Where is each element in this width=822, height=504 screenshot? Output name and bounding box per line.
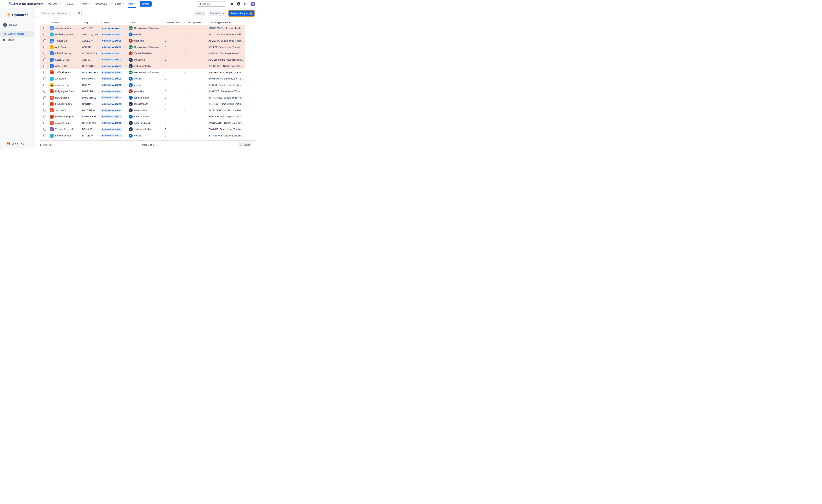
- project-name-cell: ●Zafuczi Inc.: [50, 77, 82, 81]
- lead-cell: TBTom Buhl-Nielsen: [129, 51, 165, 55]
- row-checkbox[interactable]: [43, 84, 46, 86]
- column-header-last-updated[interactable]: Last Updated▴▾: [184, 21, 209, 24]
- row-checkbox[interactable]: [43, 27, 46, 29]
- lead-name: Ben Warwick-Champion: [134, 46, 159, 48]
- row-checkbox-cell: [40, 39, 50, 42]
- column-header-style[interactable]: Style: [101, 21, 129, 24]
- row-checkbox[interactable]: [43, 65, 46, 67]
- sidebar-collapse-button[interactable]: ‹: [33, 12, 37, 17]
- lead-name: eva.lien: [134, 134, 142, 137]
- column-header-issue-type-scheme[interactable]: Issue Type Scheme: [209, 21, 245, 24]
- row-checkbox[interactable]: [43, 90, 46, 93]
- lead-name: Tom Buhl-Nielsen: [134, 52, 152, 55]
- row-checkbox-cell: [40, 84, 50, 86]
- user-avatar[interactable]: JR: [251, 2, 255, 6]
- global-search-input[interactable]: [202, 3, 224, 5]
- column-header-issue-count[interactable]: Issue Count▴▾: [165, 21, 184, 24]
- wallet-icon: ▬: [50, 83, 54, 87]
- project-name-cell: ≣Jebiz & Co.: [50, 108, 82, 112]
- issue-type-scheme: ASOEGYA: Simple Issue Tracking I...: [209, 39, 245, 42]
- create-button[interactable]: Create: [140, 1, 151, 7]
- row-checkbox[interactable]: [43, 115, 46, 118]
- table-row[interactable]: ≣Jebiz & Co.BKZZJHPPKCOMPANY MANAGEDOoma…: [40, 107, 245, 114]
- row-checkbox[interactable]: [43, 122, 46, 124]
- lead-cell: Eeva.lien: [129, 33, 165, 36]
- row-checkbox[interactable]: [43, 52, 46, 55]
- column-header-key[interactable]: Key▴▾: [82, 21, 101, 24]
- table-row[interactable]: ◖Vensazofojku Ltd.BOMKUBCOMPANY MANAGEDZ…: [40, 126, 245, 133]
- last-updated: -: [184, 58, 209, 61]
- nav-item-your-work[interactable]: Your work: [47, 0, 60, 8]
- go-back-button[interactable]: ← Go back: [0, 22, 35, 28]
- column-header-lead[interactable]: Lead: [129, 21, 165, 24]
- row-checkbox[interactable]: [43, 134, 46, 137]
- table-row[interactable]: ☁Kihujlufuw Corp.AUTMOVYGSCOMPANY MANAGE…: [40, 50, 245, 57]
- global-search[interactable]: [197, 1, 226, 7]
- row-checkbox[interactable]: [43, 33, 46, 36]
- project-search-input[interactable]: [42, 12, 78, 15]
- project-name: Fiheluohvuc Ltd.: [55, 134, 72, 137]
- nav-item-projects[interactable]: Projects: [65, 0, 76, 8]
- previous-page-arrow-icon[interactable]: ←: [134, 143, 137, 146]
- table-row[interactable]: ▲Juupobejani Inc.ACTDGZGCOMPANY MANAGEDB…: [40, 25, 245, 31]
- nav-item-dashboards[interactable]: Dashboards: [94, 0, 109, 8]
- sidebar-item-active-projects[interactable]: Active Projects: [0, 31, 34, 37]
- sidebar-item-trash[interactable]: Trash: [0, 37, 34, 43]
- settings-button[interactable]: ⚙: [243, 1, 248, 7]
- lead-name: phan.kim: [134, 90, 144, 93]
- table-row[interactable]: ☺Apoju & Co.BDPIORCRLCOMPANY MANAGEDZzla…: [40, 63, 245, 69]
- project-search[interactable]: ✕: [40, 11, 81, 16]
- lead-name: abdullah.ibrahim: [134, 122, 151, 124]
- help-button[interactable]: ?: [236, 1, 241, 7]
- last-updated: -: [184, 52, 209, 55]
- nav-item-apps[interactable]: Apps: [128, 0, 136, 8]
- jira-logo[interactable]: Jira Work Management: [9, 2, 43, 6]
- nav-item-filters[interactable]: Filters: [80, 0, 89, 8]
- table-row[interactable]: ☁Susiok GroupAYLFJRCOMPANY MANAGEDFfran.…: [40, 57, 245, 63]
- bulk-action-dropdown-button[interactable]: Bulk action: [208, 11, 226, 16]
- table-row[interactable]: ▦Nelgutagaful Corp.BKNPDDTCOMPANY MANAGE…: [40, 88, 245, 95]
- project-style-cell: COMPANY MANAGED: [101, 65, 129, 67]
- review-changes-count-badge: 7: [250, 12, 252, 15]
- row-checkbox-cell: [40, 65, 50, 67]
- project-style-cell: COMPANY MANAGED: [101, 33, 129, 36]
- table-row[interactable]: ◉Tujifunekbel Ltd.BGJORMYROICOMPANY MANA…: [40, 69, 245, 76]
- row-checkbox[interactable]: [43, 128, 46, 131]
- lead-name: taha.kandamir: [134, 115, 149, 118]
- table-row[interactable]: ▤Etamubazjod Ltd.BKSTRXQCOMPANY MANAGEDJ…: [40, 101, 245, 107]
- table-row[interactable]: ⚒Hovzu GroupBKPGVHNLBCOMPANY MANAGEDTtah…: [40, 95, 245, 101]
- table-row[interactable]: ⚑Agfo GroupASULSFCOMPANY MANAGEDBWBen Wa…: [40, 44, 245, 50]
- table-row[interactable]: ▬Jinaceara Inc.BIRKIVXCOMPANY MANAGEDEev…: [40, 82, 245, 88]
- row-checkbox[interactable]: [43, 39, 46, 42]
- row-checkbox[interactable]: [43, 109, 46, 112]
- app-switcher-button[interactable]: [2, 1, 7, 7]
- lead-avatar: Z: [129, 127, 133, 131]
- view-dropdown-button[interactable]: View: [194, 11, 206, 16]
- row-checkbox[interactable]: [43, 96, 46, 99]
- row-checkbox[interactable]: [43, 58, 46, 61]
- table-row[interactable]: ●Zafuczi Inc.BHWSUMRNCOMPANY MANAGEDEeva…: [40, 76, 245, 82]
- table-row[interactable]: ⚒Josjanro Corp.BNVSKAYOILCOMPANY MANAGED…: [40, 120, 245, 126]
- clear-search-icon[interactable]: ✕: [78, 12, 80, 14]
- issue-type-scheme: BKPGVHNLB: Simple Issue Tracki...: [209, 96, 245, 99]
- table-row[interactable]: ◉Uletefojakukig Ltd.BMBNFBSVKZCOMPANY MA…: [40, 113, 245, 120]
- project-name-cell: ☺Apoju & Co.: [50, 64, 82, 68]
- table-row[interactable]: ☁Tuthooj Ltd.ASOEGYACOMPANY MANAGEDPphan…: [40, 38, 245, 44]
- review-changes-button[interactable]: Review changes 7: [229, 11, 254, 16]
- row-checkbox[interactable]: [43, 46, 46, 48]
- export-button[interactable]: Export: [238, 142, 252, 147]
- mountain-icon: ▲: [50, 26, 54, 30]
- row-checkbox[interactable]: [43, 77, 46, 80]
- table-row[interactable]: ◎Marketing Team v2AEOTLOQTFGCOMPANY MANA…: [40, 31, 245, 38]
- nav-item-people[interactable]: People: [114, 0, 123, 8]
- column-header-name[interactable]: Name▴▾: [50, 21, 82, 24]
- row-checkbox[interactable]: [43, 103, 46, 105]
- sort-down-icon: ▾: [202, 22, 202, 23]
- notifications-button[interactable]: [229, 1, 235, 7]
- next-page-arrow-icon[interactable]: →: [159, 143, 162, 146]
- table-row[interactable]: ▮Fiheluohvuc Ltd.BPTVEPWCOMPANY MANAGEDE…: [40, 133, 245, 139]
- row-checkbox[interactable]: [43, 71, 46, 74]
- gear-icon: ⚙: [244, 2, 247, 6]
- alien-icon: ●: [50, 77, 54, 81]
- project-style-cell: COMPANY MANAGED: [101, 77, 129, 80]
